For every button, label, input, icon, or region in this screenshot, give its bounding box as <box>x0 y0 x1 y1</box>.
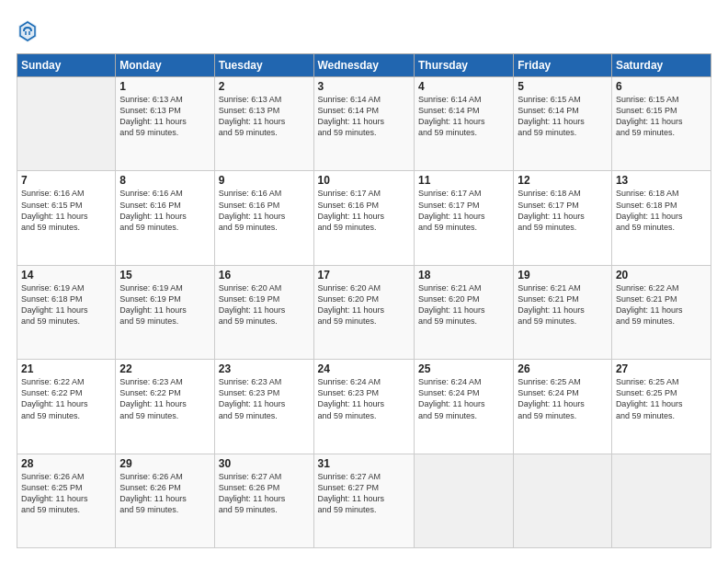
day-info: Sunrise: 6:18 AM Sunset: 6:18 PM Dayligh… <box>616 188 707 233</box>
calendar-cell: 26Sunrise: 6:25 AM Sunset: 6:24 PM Dayli… <box>514 360 612 454</box>
calendar-cell: 28Sunrise: 6:26 AM Sunset: 6:25 PM Dayli… <box>17 454 116 547</box>
calendar-cell: 23Sunrise: 6:23 AM Sunset: 6:23 PM Dayli… <box>214 360 313 454</box>
day-number: 29 <box>119 457 210 470</box>
day-info: Sunrise: 6:19 AM Sunset: 6:18 PM Dayligh… <box>21 282 111 327</box>
day-number: 21 <box>21 362 111 375</box>
day-number: 14 <box>21 269 111 282</box>
calendar-cell <box>611 454 711 547</box>
calendar-cell <box>17 77 116 171</box>
calendar-cell: 5Sunrise: 6:15 AM Sunset: 6:14 PM Daylig… <box>514 77 612 171</box>
day-info: Sunrise: 6:20 AM Sunset: 6:19 PM Dayligh… <box>219 282 310 327</box>
dow-header-saturday: Saturday <box>611 54 711 77</box>
week-row-1: 7Sunrise: 6:16 AM Sunset: 6:15 PM Daylig… <box>17 171 711 265</box>
day-number: 26 <box>518 362 608 375</box>
calendar-cell: 21Sunrise: 6:22 AM Sunset: 6:22 PM Dayli… <box>17 360 116 454</box>
logo <box>17 18 40 44</box>
week-row-4: 28Sunrise: 6:26 AM Sunset: 6:25 PM Dayli… <box>17 454 711 547</box>
day-number: 5 <box>518 80 608 93</box>
day-number: 30 <box>219 457 310 470</box>
calendar-cell: 6Sunrise: 6:15 AM Sunset: 6:15 PM Daylig… <box>611 77 711 171</box>
calendar-cell <box>414 454 513 547</box>
page: SundayMondayTuesdayWednesdayThursdayFrid… <box>0 0 728 563</box>
day-info: Sunrise: 6:27 AM Sunset: 6:27 PM Dayligh… <box>318 471 410 516</box>
calendar-cell: 15Sunrise: 6:19 AM Sunset: 6:19 PM Dayli… <box>116 265 214 359</box>
day-number: 2 <box>219 80 310 93</box>
day-number: 23 <box>219 362 310 375</box>
calendar-cell: 12Sunrise: 6:18 AM Sunset: 6:17 PM Dayli… <box>514 171 612 265</box>
day-info: Sunrise: 6:13 AM Sunset: 6:13 PM Dayligh… <box>219 94 310 139</box>
day-info: Sunrise: 6:25 AM Sunset: 6:24 PM Dayligh… <box>518 376 608 421</box>
calendar-table: SundayMondayTuesdayWednesdayThursdayFrid… <box>17 53 711 548</box>
day-number: 18 <box>418 269 509 282</box>
dow-header-thursday: Thursday <box>414 54 513 77</box>
day-info: Sunrise: 6:25 AM Sunset: 6:25 PM Dayligh… <box>616 376 707 421</box>
calendar-cell: 22Sunrise: 6:23 AM Sunset: 6:22 PM Dayli… <box>116 360 214 454</box>
calendar-cell: 20Sunrise: 6:22 AM Sunset: 6:21 PM Dayli… <box>611 265 711 359</box>
calendar-cell: 2Sunrise: 6:13 AM Sunset: 6:13 PM Daylig… <box>214 77 313 171</box>
day-info: Sunrise: 6:21 AM Sunset: 6:21 PM Dayligh… <box>518 282 608 327</box>
day-number: 16 <box>219 269 310 282</box>
day-info: Sunrise: 6:17 AM Sunset: 6:17 PM Dayligh… <box>418 188 509 233</box>
day-number: 6 <box>616 80 707 93</box>
day-number: 17 <box>318 269 410 282</box>
week-row-3: 21Sunrise: 6:22 AM Sunset: 6:22 PM Dayli… <box>17 360 711 454</box>
day-info: Sunrise: 6:26 AM Sunset: 6:25 PM Dayligh… <box>21 471 111 516</box>
day-info: Sunrise: 6:22 AM Sunset: 6:21 PM Dayligh… <box>616 282 707 327</box>
day-number: 11 <box>418 174 509 187</box>
day-info: Sunrise: 6:18 AM Sunset: 6:17 PM Dayligh… <box>518 188 608 233</box>
calendar-cell <box>514 454 612 547</box>
calendar-body: 1Sunrise: 6:13 AM Sunset: 6:13 PM Daylig… <box>17 77 711 548</box>
day-number: 15 <box>119 269 210 282</box>
calendar-cell: 1Sunrise: 6:13 AM Sunset: 6:13 PM Daylig… <box>116 77 214 171</box>
day-number: 28 <box>21 457 111 470</box>
day-info: Sunrise: 6:24 AM Sunset: 6:23 PM Dayligh… <box>318 376 410 421</box>
week-row-2: 14Sunrise: 6:19 AM Sunset: 6:18 PM Dayli… <box>17 265 711 359</box>
day-number: 25 <box>418 362 509 375</box>
dow-header-friday: Friday <box>514 54 612 77</box>
calendar-cell: 29Sunrise: 6:26 AM Sunset: 6:26 PM Dayli… <box>116 454 214 547</box>
calendar-cell: 25Sunrise: 6:24 AM Sunset: 6:24 PM Dayli… <box>414 360 513 454</box>
day-number: 8 <box>119 174 210 187</box>
calendar-cell: 3Sunrise: 6:14 AM Sunset: 6:14 PM Daylig… <box>313 77 414 171</box>
day-info: Sunrise: 6:23 AM Sunset: 6:22 PM Dayligh… <box>119 376 210 421</box>
day-info: Sunrise: 6:17 AM Sunset: 6:16 PM Dayligh… <box>318 188 410 233</box>
day-info: Sunrise: 6:15 AM Sunset: 6:15 PM Dayligh… <box>616 94 707 139</box>
day-info: Sunrise: 6:26 AM Sunset: 6:26 PM Dayligh… <box>119 471 210 516</box>
day-info: Sunrise: 6:16 AM Sunset: 6:15 PM Dayligh… <box>21 188 111 233</box>
day-number: 1 <box>119 80 210 93</box>
day-number: 7 <box>21 174 111 187</box>
calendar-cell: 30Sunrise: 6:27 AM Sunset: 6:26 PM Dayli… <box>214 454 313 547</box>
day-info: Sunrise: 6:22 AM Sunset: 6:22 PM Dayligh… <box>21 376 111 421</box>
calendar-cell: 16Sunrise: 6:20 AM Sunset: 6:19 PM Dayli… <box>214 265 313 359</box>
day-number: 20 <box>616 269 707 282</box>
calendar-cell: 19Sunrise: 6:21 AM Sunset: 6:21 PM Dayli… <box>514 265 612 359</box>
day-info: Sunrise: 6:20 AM Sunset: 6:20 PM Dayligh… <box>318 282 410 327</box>
day-number: 27 <box>616 362 707 375</box>
day-info: Sunrise: 6:16 AM Sunset: 6:16 PM Dayligh… <box>219 188 310 233</box>
logo-icon <box>17 18 39 44</box>
calendar-cell: 10Sunrise: 6:17 AM Sunset: 6:16 PM Dayli… <box>313 171 414 265</box>
day-number: 12 <box>518 174 608 187</box>
day-info: Sunrise: 6:21 AM Sunset: 6:20 PM Dayligh… <box>418 282 509 327</box>
calendar-cell: 17Sunrise: 6:20 AM Sunset: 6:20 PM Dayli… <box>313 265 414 359</box>
day-info: Sunrise: 6:16 AM Sunset: 6:16 PM Dayligh… <box>119 188 210 233</box>
dow-header-sunday: Sunday <box>17 54 116 77</box>
header <box>17 15 711 44</box>
day-info: Sunrise: 6:23 AM Sunset: 6:23 PM Dayligh… <box>219 376 310 421</box>
dow-header-monday: Monday <box>116 54 214 77</box>
dow-header-tuesday: Tuesday <box>214 54 313 77</box>
week-row-0: 1Sunrise: 6:13 AM Sunset: 6:13 PM Daylig… <box>17 77 711 171</box>
calendar-cell: 18Sunrise: 6:21 AM Sunset: 6:20 PM Dayli… <box>414 265 513 359</box>
day-info: Sunrise: 6:24 AM Sunset: 6:24 PM Dayligh… <box>418 376 509 421</box>
day-info: Sunrise: 6:14 AM Sunset: 6:14 PM Dayligh… <box>418 94 509 139</box>
day-info: Sunrise: 6:19 AM Sunset: 6:19 PM Dayligh… <box>119 282 210 327</box>
calendar-cell: 11Sunrise: 6:17 AM Sunset: 6:17 PM Dayli… <box>414 171 513 265</box>
day-info: Sunrise: 6:13 AM Sunset: 6:13 PM Dayligh… <box>119 94 210 139</box>
svg-marker-0 <box>18 20 37 42</box>
day-number: 22 <box>119 362 210 375</box>
calendar-cell: 4Sunrise: 6:14 AM Sunset: 6:14 PM Daylig… <box>414 77 513 171</box>
day-info: Sunrise: 6:27 AM Sunset: 6:26 PM Dayligh… <box>219 471 310 516</box>
day-number: 4 <box>418 80 509 93</box>
day-number: 10 <box>318 174 410 187</box>
day-number: 9 <box>219 174 310 187</box>
